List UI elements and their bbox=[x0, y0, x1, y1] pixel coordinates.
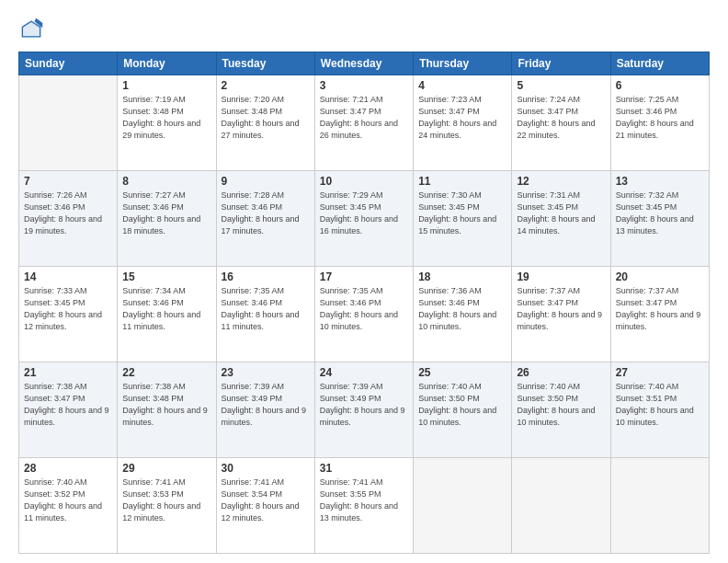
day-info: Sunrise: 7:31 AMSunset: 3:45 PMDaylight:… bbox=[517, 190, 605, 237]
calendar-cell: 19Sunrise: 7:37 AMSunset: 3:47 PMDayligh… bbox=[512, 267, 610, 362]
day-number: 26 bbox=[517, 366, 605, 379]
calendar-cell: 8Sunrise: 7:27 AMSunset: 3:46 PMDaylight… bbox=[118, 171, 216, 267]
calendar-cell: 16Sunrise: 7:35 AMSunset: 3:46 PMDayligh… bbox=[216, 267, 314, 362]
calendar-cell: 27Sunrise: 7:40 AMSunset: 3:51 PMDayligh… bbox=[610, 362, 709, 458]
calendar-cell bbox=[19, 75, 118, 171]
calendar-cell: 29Sunrise: 7:41 AMSunset: 3:53 PMDayligh… bbox=[118, 458, 216, 554]
calendar-cell: 3Sunrise: 7:21 AMSunset: 3:47 PMDaylight… bbox=[314, 75, 413, 171]
day-number: 6 bbox=[616, 79, 704, 92]
weekday-header-thursday: Thursday bbox=[414, 52, 512, 75]
calendar-cell: 2Sunrise: 7:20 AMSunset: 3:48 PMDaylight… bbox=[216, 75, 314, 171]
day-number: 23 bbox=[222, 366, 310, 379]
day-number: 14 bbox=[24, 270, 112, 283]
calendar-cell bbox=[610, 458, 709, 554]
day-info: Sunrise: 7:38 AMSunset: 3:48 PMDaylight:… bbox=[122, 381, 210, 429]
calendar-cell: 9Sunrise: 7:28 AMSunset: 3:46 PMDaylight… bbox=[216, 171, 314, 267]
weekday-header-tuesday: Tuesday bbox=[216, 52, 314, 75]
calendar-page: SundayMondayTuesdayWednesdayThursdayFrid… bbox=[0, 0, 728, 563]
calendar-cell: 26Sunrise: 7:40 AMSunset: 3:50 PMDayligh… bbox=[512, 362, 610, 458]
header bbox=[18, 17, 710, 42]
day-info: Sunrise: 7:24 AMSunset: 3:47 PMDaylight:… bbox=[517, 94, 605, 142]
calendar-week-row: 1Sunrise: 7:19 AMSunset: 3:48 PMDaylight… bbox=[19, 75, 710, 171]
calendar-cell: 6Sunrise: 7:25 AMSunset: 3:46 PMDaylight… bbox=[610, 75, 709, 171]
calendar-cell: 11Sunrise: 7:30 AMSunset: 3:45 PMDayligh… bbox=[414, 171, 512, 267]
calendar-cell bbox=[512, 458, 610, 554]
day-info: Sunrise: 7:40 AMSunset: 3:50 PMDaylight:… bbox=[418, 381, 506, 429]
day-number: 18 bbox=[418, 270, 506, 283]
weekday-header-saturday: Saturday bbox=[610, 52, 709, 75]
day-number: 2 bbox=[222, 79, 310, 92]
day-info: Sunrise: 7:41 AMSunset: 3:55 PMDaylight:… bbox=[320, 477, 408, 524]
day-number: 19 bbox=[517, 270, 605, 283]
calendar-cell: 5Sunrise: 7:24 AMSunset: 3:47 PMDaylight… bbox=[512, 75, 610, 171]
day-info: Sunrise: 7:34 AMSunset: 3:46 PMDaylight:… bbox=[122, 285, 210, 333]
day-info: Sunrise: 7:20 AMSunset: 3:48 PMDaylight:… bbox=[222, 94, 310, 142]
day-number: 22 bbox=[122, 366, 210, 379]
day-info: Sunrise: 7:35 AMSunset: 3:46 PMDaylight:… bbox=[320, 285, 408, 333]
calendar-cell: 17Sunrise: 7:35 AMSunset: 3:46 PMDayligh… bbox=[314, 267, 413, 362]
calendar-cell: 18Sunrise: 7:36 AMSunset: 3:46 PMDayligh… bbox=[414, 267, 512, 362]
calendar-cell bbox=[414, 458, 512, 554]
day-info: Sunrise: 7:40 AMSunset: 3:52 PMDaylight:… bbox=[24, 477, 112, 524]
calendar-cell: 22Sunrise: 7:38 AMSunset: 3:48 PMDayligh… bbox=[118, 362, 216, 458]
day-info: Sunrise: 7:40 AMSunset: 3:51 PMDaylight:… bbox=[616, 381, 704, 429]
day-number: 5 bbox=[517, 79, 605, 92]
day-info: Sunrise: 7:39 AMSunset: 3:49 PMDaylight:… bbox=[320, 381, 408, 429]
day-number: 29 bbox=[122, 462, 210, 475]
calendar-cell: 10Sunrise: 7:29 AMSunset: 3:45 PMDayligh… bbox=[314, 171, 413, 267]
calendar-cell: 21Sunrise: 7:38 AMSunset: 3:47 PMDayligh… bbox=[19, 362, 118, 458]
day-number: 21 bbox=[24, 366, 112, 379]
day-info: Sunrise: 7:26 AMSunset: 3:46 PMDaylight:… bbox=[24, 190, 112, 237]
calendar-cell: 13Sunrise: 7:32 AMSunset: 3:45 PMDayligh… bbox=[610, 171, 709, 267]
day-number: 13 bbox=[616, 175, 704, 188]
day-number: 11 bbox=[418, 175, 506, 188]
day-number: 7 bbox=[24, 175, 112, 188]
day-number: 28 bbox=[24, 462, 112, 475]
calendar-cell: 4Sunrise: 7:23 AMSunset: 3:47 PMDaylight… bbox=[414, 75, 512, 171]
calendar-cell: 14Sunrise: 7:33 AMSunset: 3:45 PMDayligh… bbox=[19, 267, 118, 362]
calendar-cell: 30Sunrise: 7:41 AMSunset: 3:54 PMDayligh… bbox=[216, 458, 314, 554]
calendar-cell: 31Sunrise: 7:41 AMSunset: 3:55 PMDayligh… bbox=[314, 458, 413, 554]
calendar-cell: 20Sunrise: 7:37 AMSunset: 3:47 PMDayligh… bbox=[610, 267, 709, 362]
day-number: 15 bbox=[122, 270, 210, 283]
day-info: Sunrise: 7:21 AMSunset: 3:47 PMDaylight:… bbox=[320, 94, 408, 142]
calendar-cell: 23Sunrise: 7:39 AMSunset: 3:49 PMDayligh… bbox=[216, 362, 314, 458]
calendar-week-row: 21Sunrise: 7:38 AMSunset: 3:47 PMDayligh… bbox=[19, 362, 710, 458]
day-info: Sunrise: 7:35 AMSunset: 3:46 PMDaylight:… bbox=[222, 285, 310, 333]
day-number: 30 bbox=[222, 462, 310, 475]
day-info: Sunrise: 7:32 AMSunset: 3:45 PMDaylight:… bbox=[616, 190, 704, 237]
weekday-header-wednesday: Wednesday bbox=[314, 52, 413, 75]
calendar-cell: 28Sunrise: 7:40 AMSunset: 3:52 PMDayligh… bbox=[19, 458, 118, 554]
day-info: Sunrise: 7:33 AMSunset: 3:45 PMDaylight:… bbox=[24, 285, 112, 333]
calendar-week-row: 7Sunrise: 7:26 AMSunset: 3:46 PMDaylight… bbox=[19, 171, 710, 267]
day-info: Sunrise: 7:28 AMSunset: 3:46 PMDaylight:… bbox=[222, 190, 310, 237]
day-number: 3 bbox=[320, 79, 408, 92]
calendar-cell: 1Sunrise: 7:19 AMSunset: 3:48 PMDaylight… bbox=[118, 75, 216, 171]
day-number: 24 bbox=[320, 366, 408, 379]
day-info: Sunrise: 7:30 AMSunset: 3:45 PMDaylight:… bbox=[418, 190, 506, 237]
day-info: Sunrise: 7:29 AMSunset: 3:45 PMDaylight:… bbox=[320, 190, 408, 237]
day-number: 16 bbox=[222, 270, 310, 283]
logo-icon bbox=[18, 17, 44, 42]
calendar-cell: 15Sunrise: 7:34 AMSunset: 3:46 PMDayligh… bbox=[118, 267, 216, 362]
day-info: Sunrise: 7:36 AMSunset: 3:46 PMDaylight:… bbox=[418, 285, 506, 333]
day-info: Sunrise: 7:23 AMSunset: 3:47 PMDaylight:… bbox=[418, 94, 506, 142]
day-number: 27 bbox=[616, 366, 704, 379]
day-number: 9 bbox=[222, 175, 310, 188]
day-info: Sunrise: 7:40 AMSunset: 3:50 PMDaylight:… bbox=[517, 381, 605, 429]
day-number: 31 bbox=[320, 462, 408, 475]
weekday-header-row: SundayMondayTuesdayWednesdayThursdayFrid… bbox=[19, 52, 710, 75]
calendar-week-row: 14Sunrise: 7:33 AMSunset: 3:45 PMDayligh… bbox=[19, 267, 710, 362]
day-info: Sunrise: 7:39 AMSunset: 3:49 PMDaylight:… bbox=[222, 381, 310, 429]
day-number: 12 bbox=[517, 175, 605, 188]
weekday-header-sunday: Sunday bbox=[19, 52, 118, 75]
weekday-header-monday: Monday bbox=[118, 52, 216, 75]
day-info: Sunrise: 7:37 AMSunset: 3:47 PMDaylight:… bbox=[616, 285, 704, 333]
calendar-table: SundayMondayTuesdayWednesdayThursdayFrid… bbox=[18, 52, 710, 554]
day-info: Sunrise: 7:41 AMSunset: 3:53 PMDaylight:… bbox=[122, 477, 210, 524]
calendar-cell: 12Sunrise: 7:31 AMSunset: 3:45 PMDayligh… bbox=[512, 171, 610, 267]
calendar-week-row: 28Sunrise: 7:40 AMSunset: 3:52 PMDayligh… bbox=[19, 458, 710, 554]
day-number: 4 bbox=[418, 79, 506, 92]
day-info: Sunrise: 7:41 AMSunset: 3:54 PMDaylight:… bbox=[222, 477, 310, 524]
calendar-cell: 7Sunrise: 7:26 AMSunset: 3:46 PMDaylight… bbox=[19, 171, 118, 267]
